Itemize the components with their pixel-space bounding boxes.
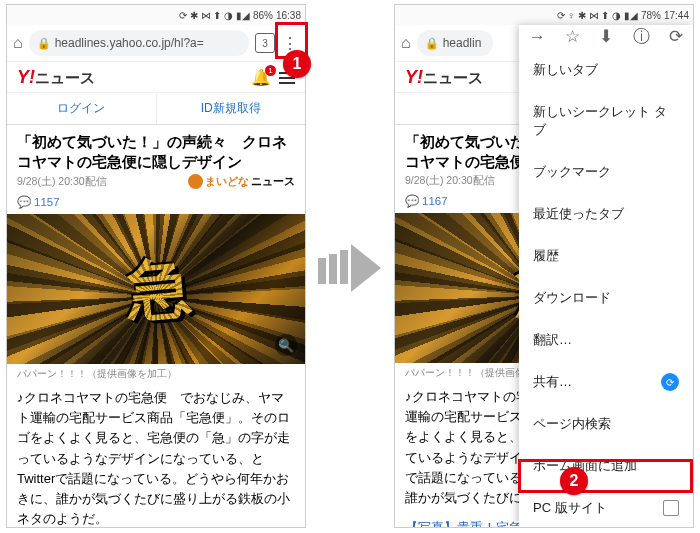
- home-icon[interactable]: ⌂: [13, 34, 23, 52]
- lock-icon: 🔒: [425, 37, 439, 50]
- menu-icon-row: → ☆ ⬇ ⓘ ⟳: [519, 25, 693, 49]
- comment-count[interactable]: 💬1157: [7, 193, 305, 214]
- menu-bookmarks[interactable]: ブックマーク: [519, 151, 693, 193]
- star-icon[interactable]: ☆: [565, 26, 580, 47]
- info-icon[interactable]: ⓘ: [633, 25, 650, 48]
- highlight-box-2: [518, 459, 693, 493]
- bell-icon[interactable]: 🔔1: [251, 68, 271, 87]
- url-bar[interactable]: 🔒 headlines.yahoo.co.jp/hl?a=: [29, 30, 249, 56]
- url-bar[interactable]: 🔒 headlin: [417, 30, 493, 56]
- article-source[interactable]: まいどなニュース: [188, 174, 295, 189]
- step-badge-1: 1: [283, 50, 311, 78]
- chrome-menu: → ☆ ⬇ ⓘ ⟳ 新しいタブ 新しいシークレット タブ ブックマーク 最近使っ…: [519, 25, 693, 527]
- status-bar: ⟳ ✱ ⋈ ⬆ ◑ ▮◢ 86% 16:38: [7, 5, 305, 25]
- ynews-logo[interactable]: Y!ニュース: [17, 67, 95, 88]
- step-arrow-icon: [318, 244, 381, 292]
- article-timestamp: 9/28(土) 20:30配信: [405, 174, 495, 188]
- menu-share[interactable]: 共有…⟳: [519, 361, 693, 403]
- tabs-button[interactable]: 3: [255, 33, 275, 53]
- lock-icon: 🔒: [37, 37, 51, 50]
- forward-icon[interactable]: →: [529, 27, 546, 47]
- article-title: 「初めて気づいた！」の声続々 クロネコヤマトの宅急便に隠しデザイン: [17, 133, 295, 172]
- ynews-header: Y!ニュース 🔔1: [7, 61, 305, 92]
- zoom-icon[interactable]: 🔍: [275, 334, 297, 356]
- phone-left: ⟳ ✱ ⋈ ⬆ ◑ ▮◢ 86% 16:38 ⌂ 🔒 headlines.yah…: [6, 4, 306, 528]
- source-icon: [188, 174, 203, 189]
- image-caption: パパーン！！！（提供画像を加工）: [7, 364, 305, 384]
- menu-recent-tabs[interactable]: 最近使ったタブ: [519, 193, 693, 235]
- tab-id-register[interactable]: ID新規取得: [156, 93, 306, 124]
- menu-incognito[interactable]: 新しいシークレット タブ: [519, 91, 693, 151]
- phone-right: ⟳ ♀ ✱ ⋈ ⬆ ◑ ▮◢ 78% 17:44 ⌂ 🔒 headlin Y!ニ…: [394, 4, 694, 528]
- chrome-toolbar: ⌂ 🔒 headlines.yahoo.co.jp/hl?a= 3 ⋮: [7, 25, 305, 62]
- menu-downloads[interactable]: ダウンロード: [519, 277, 693, 319]
- article-image[interactable]: 急 🔍: [7, 214, 305, 364]
- status-icons: ⟳ ✱ ⋈ ⬆ ◑ ▮◢: [179, 10, 250, 21]
- download-icon[interactable]: ⬇: [599, 26, 613, 47]
- status-time: 16:38: [276, 10, 301, 21]
- menu-history[interactable]: 履歴: [519, 235, 693, 277]
- article-body: ♪クロネコヤマトの宅急便 でおなじみ、ヤマト運輸の宅配サービス商品「宅急便」。そ…: [7, 384, 305, 527]
- menu-translate[interactable]: 翻訳…: [519, 319, 693, 361]
- status-time: 17:44: [664, 10, 689, 21]
- menu-find-in-page[interactable]: ページ内検索: [519, 403, 693, 445]
- menu-desktop-site[interactable]: PC 版サイト: [519, 487, 693, 528]
- ynews-tabs: ログイン ID新規取得: [7, 92, 305, 125]
- article-timestamp: 9/28(土) 20:30配信: [17, 175, 107, 189]
- url-text: headlin: [443, 36, 482, 50]
- tab-login[interactable]: ログイン: [7, 93, 156, 124]
- image-kanji: 急: [123, 243, 188, 335]
- battery-percent: 86%: [253, 10, 273, 21]
- home-icon[interactable]: ⌂: [401, 34, 411, 52]
- menu-new-tab[interactable]: 新しいタブ: [519, 49, 693, 91]
- url-text: headlines.yahoo.co.jp/hl?a=: [55, 36, 204, 50]
- desktop-checkbox[interactable]: [663, 500, 679, 516]
- status-bar: ⟳ ♀ ✱ ⋈ ⬆ ◑ ▮◢ 78% 17:44: [395, 5, 693, 25]
- status-icons: ⟳ ♀ ✱ ⋈ ⬆ ◑ ▮◢: [557, 10, 638, 21]
- page-content: Y!ニュース 🔔1 ログイン ID新規取得 「初めて気づいた！」の声続々 クロネ…: [7, 61, 305, 527]
- refresh-icon[interactable]: ⟳: [669, 26, 683, 47]
- ynews-logo[interactable]: Y!ニュース: [405, 67, 483, 88]
- battery-percent: 78%: [641, 10, 661, 21]
- share-badge-icon: ⟳: [661, 373, 679, 391]
- step-badge-2: 2: [560, 467, 588, 495]
